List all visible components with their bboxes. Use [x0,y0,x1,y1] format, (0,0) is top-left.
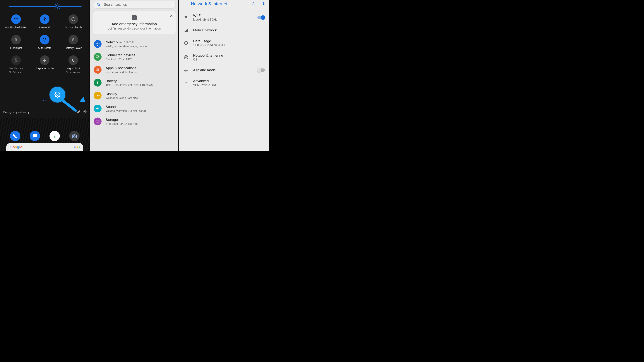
tile-autorotate[interactable]: Auto-rotate [30,35,59,50]
tile-label: Mobile data [9,67,24,70]
open-settings-button[interactable] [83,110,87,114]
svg-point-26 [97,68,98,69]
settings-root-panel: Search settings ✕ ＋ Add emergency inform… [89,0,179,151]
row-desc: 42% - Should last until about 10:30 AM [106,83,154,86]
row-title: Connected devices [106,53,136,57]
row-display[interactable]: DisplayWallpaper, sleep, font size [90,89,178,102]
emergency-heading: Add emergency information [100,22,168,26]
dnd-icon [68,14,78,24]
search-placeholder: Search settings [104,3,127,7]
tile-batterysaver[interactable]: Battery Saver [59,35,88,50]
tile-label: Flashlight [10,46,22,50]
tile-label: Bluetooth [39,26,50,29]
tile-bluetooth[interactable]: Bluetooth [30,14,59,29]
settings-list: Network & internetWi-Fi, mobile, data us… [90,37,178,128]
chevron-down-icon [183,81,189,85]
autorotate-icon [40,35,50,44]
highlight-settings-gear [50,87,65,103]
qs-pager [0,100,89,101]
brightness-knob-icon[interactable] [54,3,60,9]
row-title: Airplane mode [193,68,253,72]
hotspot-icon [183,55,189,60]
row-mobile[interactable]: Mobile network [179,25,269,36]
tile-label: Night Light [67,67,80,70]
row-wifi[interactable]: Wi-FiMockingbird 5GHz [179,10,269,25]
brightness-slider[interactable] [9,6,82,7]
tile-sublabel: No SIM card [9,71,23,74]
row-advanced[interactable]: AdvancedVPN, Private DNS [179,76,269,90]
search-icon [96,2,100,7]
row-desc: Wi-Fi, mobile, data usage, hotspot [106,45,148,48]
tile-label: Airplane mode [36,67,54,70]
row-apps[interactable]: Apps & notificationsPermissions, default… [90,63,178,76]
tile-wifi[interactable]: Mockingbird 5GHz [2,14,30,29]
flashlight-icon [11,35,21,44]
row-airplane[interactable]: Airplane mode [179,64,269,76]
nightlight-icon [68,55,78,65]
row-storage[interactable]: Storage47% used - 34.14 GB free [90,115,178,128]
row-title: Mobile network [193,28,265,32]
tile-mobiledata[interactable]: Mobile data No SIM card [2,55,30,74]
row-battery[interactable]: Battery42% - Should last until about 10:… [90,76,178,89]
wifi-icon [11,14,21,24]
row-desc: Wallpaper, sleep, font size [106,96,138,99]
row-title: Wi-Fi [193,14,247,18]
signal-icon [183,28,189,32]
app-photos[interactable] [50,131,60,141]
help-button[interactable] [262,1,266,6]
battery-saver-icon [68,35,78,44]
app-phone[interactable] [10,131,20,141]
battery-icon [94,79,102,86]
app-messages[interactable] [30,131,40,141]
row-desc: 11.88 GB used on Wi-Fi [193,43,265,47]
svg-point-0 [56,5,58,7]
tile-nightlight[interactable]: Night Light On at sunset [59,55,88,74]
tile-dnd[interactable]: Do not disturb [59,14,88,29]
quick-settings-panel: Mockingbird 5GHz Bluetooth Do not distur… [0,0,89,151]
row-data[interactable]: Data usage11.88 GB used on Wi-Fi [179,36,269,50]
app-camera[interactable] [69,131,80,141]
svg-point-21 [97,3,100,5]
emergency-desc: Let first responders see your informatio… [100,27,168,30]
plus-icon: ＋ [132,15,137,20]
tile-label: Mockingbird 5GHz [5,26,28,29]
back-button[interactable]: ← [182,1,187,7]
svg-point-29 [97,69,98,70]
svg-line-22 [99,5,100,6]
bluetooth-icon [40,14,50,24]
edit-tiles-button[interactable] [77,110,80,114]
tile-label: Auto-rotate [38,46,52,50]
tile-label: Battery Saver [65,46,82,50]
wifi-toggle[interactable] [258,16,265,19]
row-connected[interactable]: Connected devicesBluetooth, Cast, NFC [90,50,178,63]
svg-line-8 [59,4,60,4]
svg-point-44 [252,2,254,4]
svg-point-49 [186,57,186,58]
tile-flashlight[interactable]: Flashlight [2,35,30,50]
search-button[interactable] [251,1,255,6]
home-search-bar[interactable]: Google [6,143,83,151]
svg-point-17 [57,94,58,96]
settings-search-input[interactable]: Search settings [93,1,176,8]
wifi-icon [183,15,189,20]
airplane-toggle[interactable] [258,68,265,72]
wifi-icon [94,40,102,48]
row-sound[interactable]: SoundVolume, vibration, Do Not Disturb [90,102,178,115]
tile-airplane[interactable]: Airplane mode [30,55,59,74]
svg-point-28 [96,69,97,70]
svg-line-7 [55,8,56,8]
row-hotspot[interactable]: Hotspot & tetheringOff [179,50,269,64]
svg-point-30 [98,69,99,70]
svg-point-47 [263,4,264,4]
svg-point-31 [96,70,97,71]
emergency-info-card[interactable]: ✕ ＋ Add emergency information Let first … [93,11,176,34]
row-network[interactable]: Network & internetWi-Fi, mobile, data us… [90,37,178,50]
close-icon[interactable]: ✕ [170,13,173,18]
devices-icon [94,53,102,61]
svg-rect-43 [96,122,99,123]
settings-gear-icon[interactable] [54,92,60,98]
row-title: Display [106,92,138,96]
svg-point-32 [97,70,98,71]
row-title: Network & internet [106,40,148,44]
airplane-icon [40,55,50,65]
